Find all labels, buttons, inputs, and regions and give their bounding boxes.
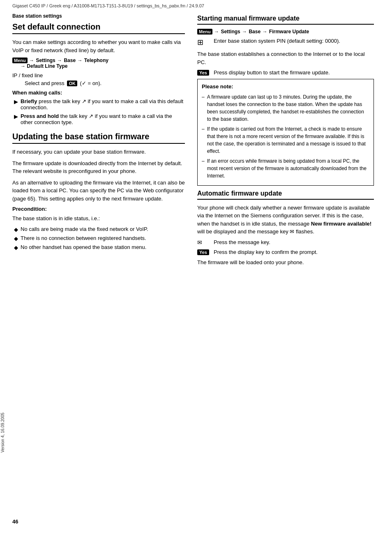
menu-path-1: Menu → Settings → Base → Telephony → Def…	[12, 58, 185, 69]
note-item-1-text: A firmware update can last up to 3 minut…	[207, 93, 369, 123]
select-text: Select and press	[25, 80, 65, 86]
set-default-title: Set default connection	[12, 22, 185, 34]
yes-row-1: Yes Press display button to start the fi…	[197, 69, 374, 76]
menu-path-2: Menu → Settings → Base → Firmware Update	[197, 29, 374, 35]
firmware-label: Firmware Update	[269, 29, 309, 35]
diamond-2: ◆	[14, 235, 18, 242]
yes-badge-2: Yes	[197, 249, 209, 255]
condition-2: ◆ There is no connection between registe…	[14, 235, 185, 242]
firmware-available: New firmware available!	[311, 221, 371, 227]
updating-section: Updating the base station firmware If ne…	[12, 132, 185, 251]
automatic-section: Automatic firmware update Your phone wil…	[197, 190, 374, 267]
precondition-title: Precondition:	[12, 206, 185, 212]
right-column: Starting manual firmware update Menu → S…	[193, 10, 374, 270]
note-dash-2: –	[202, 125, 205, 133]
base-2: Base	[249, 29, 261, 35]
updating-title: Updating the base station firmware	[12, 132, 185, 144]
content-area: Base station settings Set default connec…	[0, 10, 392, 270]
condition-1-text: No calls are being made via the fixed ne…	[21, 226, 148, 232]
note-item-1: – A firmware update can last up to 3 min…	[202, 93, 369, 123]
yes-badge-cell-2: Yes	[197, 249, 214, 255]
ip-fixed-label: IP / fixed line	[12, 72, 185, 78]
condition-2-text: There is no connection between registere…	[21, 235, 146, 241]
default-line: Default Line Type	[27, 63, 67, 69]
pin-text: Enter base station system PIN (default s…	[214, 38, 340, 44]
bullet-2: ▶ Press and hold the talk key ↗ if you w…	[14, 113, 185, 125]
bullet-arrow-1: ▶	[14, 99, 18, 105]
note-item-2-text: If the update is carried out from the In…	[207, 125, 369, 155]
ok-note: (✓ = on).	[80, 80, 102, 86]
note-box: Please note: – A firmware update can las…	[197, 79, 374, 186]
note-item-3-text: If an error occurs while firmware is bei…	[207, 157, 369, 180]
bullet-1-text: Briefly press the talk key ↗ if you want…	[21, 98, 185, 111]
page-number: 46	[12, 519, 18, 525]
ok-badge: OK	[67, 81, 77, 86]
envelope-icon: ✉	[197, 239, 202, 246]
arrow-1: →	[29, 58, 35, 63]
automatic-body: Your phone will check daily whether a ne…	[197, 204, 374, 236]
updating-body2: The firmware update is downloaded direct…	[12, 159, 185, 175]
grid-icon-cell: ⊞	[197, 38, 214, 47]
note-box-title: Please note:	[202, 83, 369, 91]
header: Gigaset C450 IP / Greek eng / A31008-M17…	[0, 0, 392, 10]
menu-btn-2: Menu	[197, 29, 212, 35]
precondition-body: The base station is in idle status, i.e.…	[12, 214, 185, 223]
section-label: Base station settings	[12, 13, 185, 19]
set-default-section: Set default connection You can make sett…	[12, 22, 185, 125]
diamond-3: ◆	[14, 244, 18, 251]
bullet-1: ▶ Briefly press the talk key ↗ if you wa…	[14, 98, 185, 111]
telephony-1: Telephony	[84, 58, 108, 63]
condition-1: ◆ No calls are being made via the fixed …	[14, 226, 185, 233]
yes-text-2: Press the display key to confirm the pro…	[214, 249, 318, 255]
arrow-3: →	[77, 58, 83, 63]
when-making-title: When making calls:	[12, 90, 185, 96]
set-default-body: You can make settings according to wheth…	[12, 38, 185, 54]
arrow-2: →	[57, 58, 63, 63]
starting-manual-section: Starting manual firmware update Menu → S…	[197, 15, 374, 186]
bullet-2-text: Press and hold the talk key ↗ if you wan…	[21, 113, 185, 125]
select-line: Select and press OK (✓ = on).	[25, 80, 185, 86]
yes-badge-cell-1: Yes	[197, 69, 214, 76]
bullet-arrow-2: ▶	[14, 113, 18, 120]
yes-text-1: Press display button to start the firmwa…	[214, 69, 330, 76]
condition-3: ◆ No other handset has opened the base s…	[14, 244, 185, 251]
updating-body1: If necessary, you can update your base s…	[12, 148, 185, 156]
note-item-2: – If the update is carried out from the …	[202, 125, 369, 155]
automatic-title: Automatic firmware update	[197, 190, 374, 200]
yes-row-2: Yes Press the display key to confirm the…	[197, 249, 374, 255]
envelope-text: Press the message key.	[214, 239, 270, 245]
yes-badge-1: Yes	[197, 70, 209, 76]
envelope-icon-cell: ✉	[197, 239, 214, 246]
updating-body3: As an alternative to uploading the firmw…	[12, 179, 185, 203]
menu-btn-1: Menu	[12, 58, 28, 63]
connection-text: The base station establishes a connectio…	[197, 50, 374, 66]
auto-body-post: will be displayed and the message key ✉ …	[197, 228, 314, 235]
note-dash-1: –	[202, 93, 205, 101]
condition-3-text: No other handset has opened the base sta…	[21, 244, 146, 250]
settings-1: Settings	[36, 58, 55, 63]
header-text: Gigaset C450 IP / Greek eng / A31008-M17…	[12, 3, 204, 8]
pin-row: ⊞ Enter base station system PIN (default…	[197, 38, 374, 47]
note-dash-3: –	[202, 157, 205, 165]
left-column: Base station settings Set default connec…	[12, 10, 193, 270]
arrow-4: →	[21, 63, 27, 69]
base-1: Base	[64, 58, 76, 63]
settings-2: Settings	[221, 29, 240, 35]
firmware-footer: The firmware will be loaded onto your ph…	[197, 258, 374, 267]
note-item-3: – If an error occurs while firmware is b…	[202, 157, 369, 180]
grid-icon: ⊞	[197, 38, 203, 47]
page: Gigaset C450 IP / Greek eng / A31008-M17…	[0, 0, 392, 537]
diamond-1: ◆	[14, 226, 18, 233]
version-label: Version 4, 16.09.2005	[0, 413, 5, 452]
starting-manual-title: Starting manual firmware update	[197, 15, 374, 25]
envelope-row: ✉ Press the message key.	[197, 239, 374, 246]
